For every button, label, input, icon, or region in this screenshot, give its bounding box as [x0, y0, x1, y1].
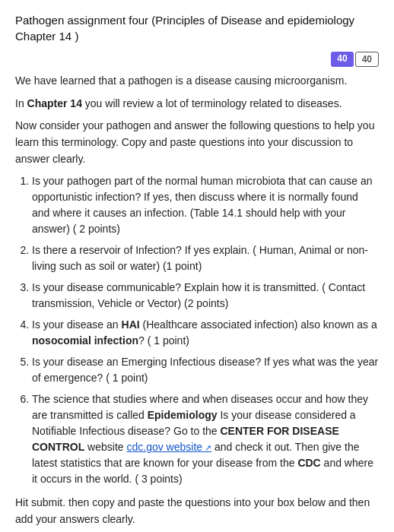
badge-filled: 40	[331, 52, 353, 67]
question-list: Is your pathogen part of the normal huma…	[32, 173, 379, 487]
list-item-3-text: Is your disease communicable? Explain ho…	[32, 281, 365, 309]
list-item: Is your disease an Emerging Infectious d…	[32, 354, 379, 386]
list-item-6-mid2: website	[84, 441, 126, 453]
list-item-1-text: Is your pathogen part of the normal huma…	[32, 175, 373, 235]
intro-p3: Now consider your pathogen and answer th…	[15, 118, 379, 167]
cdc-link[interactable]: cdc.gov website	[126, 441, 211, 453]
list-item-2-text: Is there a reservoir of Infection? If ye…	[32, 244, 368, 272]
list-item-4-suffix: ? ( 1 point)	[138, 334, 189, 347]
list-item-6-bold1: Epidemiology	[148, 409, 218, 421]
badge-row: 40 40	[15, 52, 379, 67]
footer-p1: Hit submit. then copy and paste the ques…	[15, 495, 379, 527]
intro-p2-bold: Chapter 14	[27, 97, 82, 109]
list-item-4-mid1: (Healthcare associated infection) also k…	[140, 318, 377, 331]
list-item-4-bold1: HAI	[122, 318, 140, 331]
list-item: Is your disease an HAI (Healthcare assoc…	[32, 317, 379, 349]
list-item-5-text: Is your disease an Emerging Infectious d…	[32, 356, 378, 384]
list-item: Is your pathogen part of the normal huma…	[32, 173, 379, 237]
list-item: Is your disease communicable? Explain ho…	[32, 280, 379, 312]
list-item-6-bold3: CDC	[297, 457, 320, 469]
intro-p1: We have learned that a pathogen is a dis…	[15, 73, 379, 90]
page-title: Pathogen assignment four (Principles of …	[15, 12, 379, 44]
intro-p2-prefix: In	[15, 97, 27, 109]
intro-p2: In Chapter 14 you will review a lot of t…	[15, 96, 379, 112]
intro-p2-suffix: you will review a lot of terminology rel…	[82, 97, 342, 109]
list-item: Is there a reservoir of Infection? If ye…	[32, 242, 379, 274]
list-item-4-prefix: Is your disease an	[32, 318, 122, 331]
list-item-4-bold2: nosocomial infection	[32, 334, 138, 347]
list-item: The science that studies where and when …	[32, 391, 379, 487]
badge-outline: 40	[355, 52, 379, 67]
